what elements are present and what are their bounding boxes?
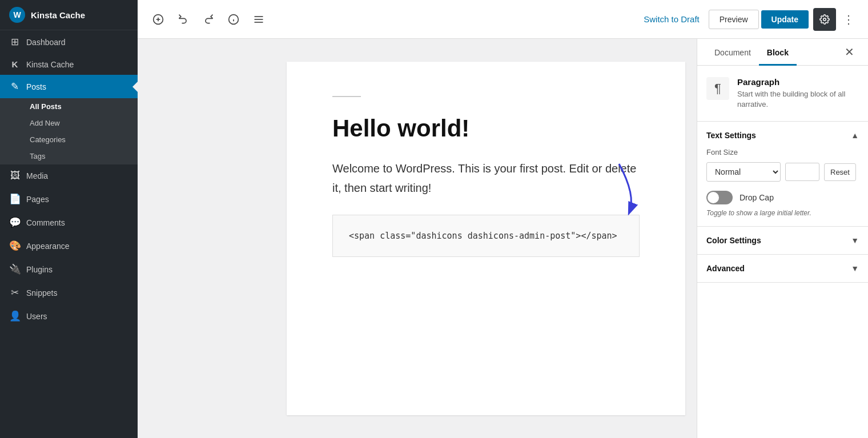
chevron-up-icon: ▲	[851, 131, 859, 140]
sidebar-item-media[interactable]: 🖼 Media	[0, 164, 138, 187]
sidebar-item-pages[interactable]: 📄 Pages	[0, 187, 138, 211]
advanced-header[interactable]: Advanced ▼	[706, 264, 859, 273]
drop-cap-label: Drop Cap	[740, 193, 774, 202]
code-block[interactable]: <span class="dashicons dashicons-admin-p…	[332, 215, 640, 257]
switch-to-draft-button[interactable]: Switch to Draft	[637, 10, 706, 29]
advanced-section: Advanced ▼	[697, 255, 868, 283]
dashboard-icon: ⊞	[9, 36, 21, 48]
font-size-select[interactable]: Normal Small Medium Large Huge	[706, 162, 781, 182]
tab-block[interactable]: Block	[759, 39, 797, 66]
sidebar-item-plugins[interactable]: 🔌 Plugins	[0, 258, 138, 281]
sidebar-sub-all-posts[interactable]: All Posts	[21, 98, 138, 115]
sidebar-item-label: Plugins	[26, 265, 53, 274]
advanced-title: Advanced	[706, 264, 745, 273]
redo-button[interactable]	[197, 8, 220, 31]
sidebar-item-label: Dashboard	[26, 38, 66, 47]
text-settings-header[interactable]: Text Settings ▲	[706, 131, 859, 140]
sidebar-item-snippets[interactable]: ✂ Snippets	[0, 281, 138, 304]
undo-button[interactable]	[172, 8, 195, 31]
main-area: Hello world! Welcome to WordPress. This …	[275, 39, 868, 438]
editor[interactable]: Hello world! Welcome to WordPress. This …	[275, 39, 697, 438]
chevron-down-icon-advanced: ▼	[851, 264, 859, 273]
users-icon: 👤	[9, 310, 21, 322]
font-size-row: Normal Small Medium Large Huge Reset	[706, 162, 859, 182]
sidebar: W Kinsta Cache ⊞ Dashboard K Kinsta Cach…	[0, 0, 138, 438]
sidebar-sub-categories[interactable]: Categories	[21, 131, 138, 148]
color-settings-title: Color Settings	[706, 236, 761, 245]
posts-icon: ✎	[9, 81, 21, 93]
text-settings-title: Text Settings	[706, 131, 756, 140]
sidebar-sub-tags[interactable]: Tags	[21, 148, 138, 164]
block-info: ¶ Paragraph Start with the building bloc…	[697, 66, 868, 122]
sidebar-item-posts[interactable]: ✎ Posts	[0, 75, 138, 98]
drop-cap-row: Drop Cap	[706, 191, 859, 204]
more-options-button[interactable]: ⋮	[838, 9, 859, 30]
sidebar-item-label: Posts	[26, 82, 46, 91]
sidebar-item-label: Media	[26, 171, 48, 180]
plugins-icon: 🔌	[9, 263, 21, 275]
font-size-label: Font Size	[706, 148, 859, 156]
panel-close-button[interactable]: ✕	[840, 43, 859, 61]
sidebar-item-label: Appearance	[26, 242, 70, 251]
text-settings-body: Font Size Normal Small Medium Large Huge…	[706, 148, 859, 217]
text-settings-section: Text Settings ▲ Font Size Normal Small M…	[697, 122, 868, 227]
editor-content: Hello world! Welcome to WordPress. This …	[287, 62, 685, 415]
block-name: Paragraph	[737, 77, 859, 87]
update-button[interactable]: Update	[761, 10, 809, 29]
toolbar: Switch to Draft Preview Update ⋮	[138, 0, 868, 39]
sidebar-item-kinsta-cache[interactable]: K Kinsta Cache	[0, 54, 138, 75]
reset-button[interactable]: Reset	[824, 163, 856, 181]
pages-icon: 📄	[9, 193, 21, 205]
sidebar-logo: W Kinsta Cache	[0, 0, 138, 30]
add-block-button[interactable]	[147, 8, 170, 31]
comments-icon: 💬	[9, 216, 21, 228]
post-body[interactable]: Welcome to WordPress. This is your first…	[332, 159, 640, 198]
sidebar-item-label: Users	[26, 312, 47, 321]
block-info-text: Paragraph Start with the building block …	[737, 77, 859, 110]
sidebar-item-label: Pages	[26, 195, 49, 204]
appearance-icon: 🎨	[9, 240, 21, 252]
settings-button[interactable]	[813, 8, 836, 31]
posts-submenu: All Posts Add New Categories Tags	[0, 98, 138, 164]
post-title[interactable]: Hello world!	[332, 114, 640, 143]
code-content: <span class="dashicons dashicons-admin-p…	[349, 231, 617, 241]
list-view-button[interactable]	[247, 8, 270, 31]
sidebar-item-label: Snippets	[26, 288, 57, 298]
block-description: Start with the building block of all nar…	[737, 89, 859, 110]
preview-button[interactable]: Preview	[709, 10, 759, 29]
media-icon: 🖼	[9, 170, 21, 182]
right-panel: Document Block ✕ ¶ Paragraph Start with …	[697, 39, 868, 438]
kinsta-icon: K	[9, 59, 21, 69]
sidebar-item-users[interactable]: 👤 Users	[0, 304, 138, 328]
drop-cap-toggle[interactable]	[706, 191, 733, 204]
chevron-down-icon: ▼	[851, 236, 859, 245]
color-settings-header[interactable]: Color Settings ▼	[706, 236, 859, 245]
tab-document[interactable]: Document	[706, 39, 759, 66]
color-settings-section: Color Settings ▼	[697, 227, 868, 255]
font-size-input[interactable]	[785, 163, 819, 181]
sidebar-logo-text: Kinsta Cache	[31, 10, 85, 20]
sidebar-item-label: Kinsta Cache	[26, 60, 74, 69]
panel-tabs: Document Block ✕	[697, 39, 868, 66]
wordpress-icon: W	[9, 7, 25, 23]
block-icon: ¶	[706, 77, 729, 100]
snippets-icon: ✂	[9, 287, 21, 299]
sidebar-item-dashboard[interactable]: ⊞ Dashboard	[0, 30, 138, 54]
sidebar-item-comments[interactable]: 💬 Comments	[0, 211, 138, 234]
sidebar-item-label: Comments	[26, 218, 65, 227]
divider	[332, 96, 361, 97]
sidebar-item-appearance[interactable]: 🎨 Appearance	[0, 234, 138, 258]
sidebar-sub-add-new[interactable]: Add New	[21, 115, 138, 131]
info-button[interactable]	[222, 8, 245, 31]
svg-point-9	[823, 18, 826, 21]
drop-cap-hint: Toggle to show a large initial letter.	[706, 209, 859, 217]
